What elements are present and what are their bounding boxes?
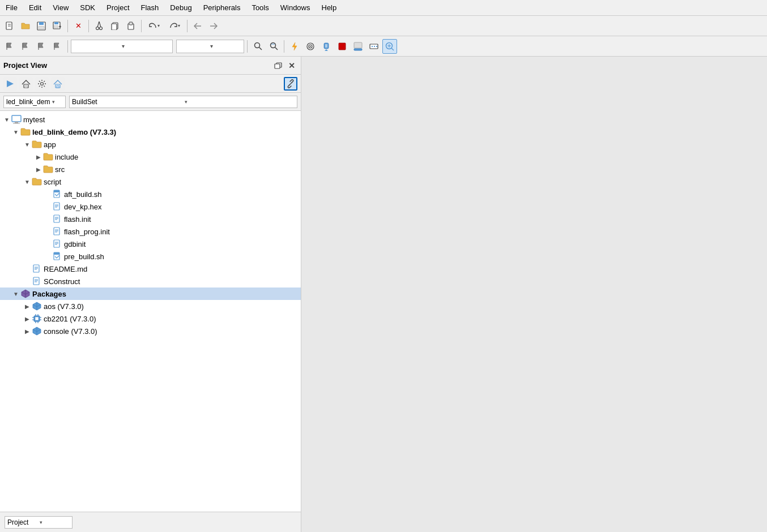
tree-item-flash-init[interactable]: flash.init [0,213,301,225]
panel-toolbar [0,75,301,93]
svg-rect-7 [54,22,58,24]
sep3 [141,20,142,32]
flag-btn3[interactable] [34,39,49,54]
svg-line-13 [97,22,99,27]
tree-item-readme[interactable]: README.md [0,263,301,275]
link-btn[interactable] [284,77,297,91]
tree-item-packages[interactable]: Packages [0,288,301,300]
search-dropdown2[interactable]: ▾ [176,40,244,53]
stop-btn[interactable] [335,39,350,54]
menu-sdk[interactable]: SDK [78,3,97,12]
tree-item-app[interactable]: app [0,138,301,151]
tree-item-script[interactable]: script [0,175,301,188]
flash-btn[interactable] [287,39,302,54]
tree-item-include[interactable]: include [0,151,301,163]
menu-peripherals[interactable]: Peripherals [201,3,243,12]
build-btn[interactable] [351,39,365,54]
connect-btn[interactable] [367,39,381,54]
target-btn[interactable] [303,39,318,54]
paste-btn[interactable] [123,19,138,33]
home-btn[interactable] [19,77,33,91]
buildset-selector[interactable]: BuildSet ▾ [69,96,297,108]
new-file-btn[interactable] [2,19,17,33]
debug-btn[interactable] [319,39,334,54]
tree-item-pre-build[interactable]: pre_build.sh [0,250,301,263]
chevron-down-icon4: ▾ [185,99,295,105]
tree-item-src[interactable]: src [0,163,301,175]
tree-item-aos[interactable]: aos (V7.3.0) [0,300,301,312]
tree-arrow-mytest [2,115,11,124]
navigate-btn[interactable] [3,77,17,91]
bottom-dropdown-label: Project [7,518,37,526]
tree-item-console[interactable]: console (V7.3.0) [0,325,301,337]
panel-dropdowns: led_blink_dem ▾ BuildSet ▾ [0,93,301,111]
file-txt-icon-gdb [52,239,62,249]
menubar: File Edit View SDK Project Flash Debug P… [0,0,767,16]
tree-arrow-led-blink [11,127,20,136]
bottom-dropdown[interactable]: Project ▾ [5,516,73,529]
chevron-down-icon: ▾ [122,43,170,49]
redo-btn[interactable]: ▾ [165,19,184,33]
tree-item-led-blink[interactable]: led_blink_demo (V7.3.3) [0,126,301,138]
flag-btn2[interactable] [18,39,33,54]
menu-project[interactable]: Project [104,3,131,12]
svg-rect-4 [39,22,44,25]
file-txt-icon-dev [52,201,62,212]
svg-line-57 [289,82,292,85]
menu-tools[interactable]: Tools [249,3,271,12]
folder-icon [20,127,31,137]
save-btn[interactable] [34,19,49,33]
tree-arrow-include [34,152,43,161]
undo-btn[interactable]: ▾ [144,19,164,33]
leaf-pre-build [43,252,52,261]
menu-windows[interactable]: Windows [278,3,313,12]
sep5 [67,40,68,53]
tree-container[interactable]: mytest led_blink_demo (V7.3.3) [0,111,301,512]
search-dropdown[interactable]: ▾ [71,40,173,53]
tree-item-cb2201[interactable]: cb2201 (V7.3.0) [0,312,301,325]
menu-debug[interactable]: Debug [168,3,194,12]
panel-toolbar-left [3,77,65,91]
delete-btn[interactable]: ✕ [71,19,86,33]
search-btn[interactable] [250,39,265,54]
back-btn[interactable] [190,19,205,33]
svg-rect-44 [376,46,377,47]
tree-item-mytest[interactable]: mytest [0,113,301,126]
menu-help[interactable]: Help [319,3,339,12]
cut-btn[interactable] [92,19,106,33]
flag-btn4[interactable] [50,39,65,54]
svg-rect-16 [112,24,117,30]
tree-label-dev-kp: dev_kp.hex [64,203,102,211]
menu-file[interactable]: File [3,3,20,12]
menu-edit[interactable]: Edit [27,3,44,12]
menu-view[interactable]: View [50,3,71,12]
flag-btn1[interactable] [2,39,17,54]
file-txt-icon-flashprog [52,226,62,237]
svg-line-46 [391,48,394,50]
menu-flash[interactable]: Flash [139,3,161,12]
restore-icon[interactable] [272,60,284,71]
tree-item-dev-kp[interactable]: dev_kp.hex [0,200,301,213]
file-sh-icon-pre [52,251,62,261]
project-selector[interactable]: led_blink_dem ▾ [3,96,66,108]
buildset-selector-value: BuildSet [72,98,182,106]
tree-item-aft-build[interactable]: aft_build.sh [0,188,301,200]
tree-item-flash-prog[interactable]: flash_prog.init [0,225,301,238]
open-folder-btn[interactable] [18,19,33,33]
svg-point-54 [41,82,44,85]
svg-marker-30 [292,42,297,50]
copy-btn[interactable] [108,19,122,33]
settings-btn[interactable] [35,77,49,91]
close-icon[interactable]: ✕ [286,60,297,71]
tree-item-sconstruct[interactable]: SConstruct [0,275,301,288]
save-all-btn[interactable] [50,19,65,33]
zoom-btn[interactable] [382,39,397,54]
svg-line-14 [99,22,101,27]
tree-home-btn[interactable] [51,77,65,91]
tree-arrow-src [34,165,43,174]
forward-btn[interactable] [206,19,221,33]
chevron-down-icon3: ▾ [52,99,63,105]
tree-arrow-app [23,140,32,149]
find-btn[interactable] [266,39,281,54]
tree-item-gdbinit[interactable]: gdbinit [0,238,301,250]
